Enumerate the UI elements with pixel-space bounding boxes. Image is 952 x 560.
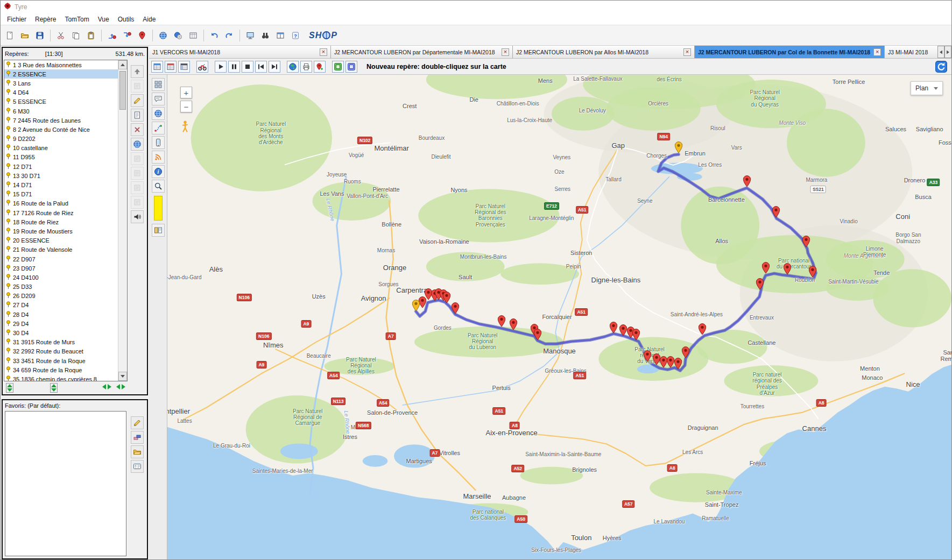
sound-button[interactable] bbox=[131, 210, 144, 223]
route-marker[interactable] bbox=[802, 236, 810, 247]
repere-details-button[interactable] bbox=[131, 109, 144, 122]
route-marker-start[interactable] bbox=[674, 141, 682, 153]
route-marker[interactable] bbox=[451, 302, 459, 314]
internet-button[interactable] bbox=[156, 29, 170, 42]
print-map-button[interactable] bbox=[300, 61, 312, 73]
repere-item[interactable]: 7 2445 Route des Launes bbox=[4, 116, 118, 125]
favorite-details-button[interactable] bbox=[131, 460, 144, 473]
vehicle-motorcycle-button[interactable] bbox=[196, 61, 208, 73]
next-repere-button[interactable] bbox=[269, 61, 280, 73]
play-button[interactable] bbox=[215, 61, 227, 73]
favoris-list[interactable] bbox=[5, 411, 126, 556]
route-marker[interactable] bbox=[698, 323, 706, 335]
repere-item[interactable]: 8 2 Avenue du Conté de Nice bbox=[4, 125, 118, 134]
route-marker[interactable] bbox=[743, 175, 751, 187]
repere-item[interactable]: 27 D4 bbox=[4, 301, 118, 310]
repere-item[interactable]: 22 D907 bbox=[4, 254, 118, 264]
repere-item[interactable]: 13 30 D71 bbox=[4, 171, 118, 180]
edit-favorite-button[interactable] bbox=[131, 416, 144, 429]
fullscreen-button[interactable] bbox=[243, 29, 257, 42]
device-tool-button[interactable] bbox=[152, 136, 165, 149]
tab-close-button[interactable]: × bbox=[320, 48, 327, 56]
repere-item[interactable]: 28 D4 bbox=[4, 310, 118, 319]
repere-item[interactable]: 20 ESSENCE bbox=[4, 236, 118, 245]
route-marker-start[interactable] bbox=[412, 300, 420, 311]
previous-repere-button[interactable] bbox=[255, 61, 267, 73]
menu-outils[interactable]: Outils bbox=[114, 15, 139, 24]
open-file-button[interactable] bbox=[18, 29, 32, 42]
repere-item[interactable]: 32 2992 Route du Beaucet bbox=[4, 347, 118, 356]
route-marker[interactable] bbox=[756, 278, 764, 290]
route-marker[interactable] bbox=[772, 206, 780, 218]
tab-route-3[interactable]: J2 MERCANTOUR LUBERON par Allos MI-MAI20… bbox=[513, 46, 695, 58]
route-marker[interactable] bbox=[784, 263, 792, 275]
first-last-repere[interactable] bbox=[116, 384, 125, 389]
split-view-button[interactable] bbox=[273, 29, 287, 42]
repere-item[interactable]: 6 M30 bbox=[4, 107, 118, 116]
tab-close-button[interactable]: × bbox=[683, 48, 691, 56]
cut-button[interactable] bbox=[54, 29, 68, 42]
tool-button-e[interactable] bbox=[131, 196, 144, 209]
menu-tomtom[interactable]: TomTom bbox=[60, 15, 93, 24]
tab-route-4[interactable]: J2 MERCANTOUR LUBERON par Col de la Bonn… bbox=[695, 46, 885, 58]
repere-item[interactable]: 10 castellane bbox=[4, 144, 118, 153]
route-marker[interactable] bbox=[533, 329, 541, 341]
repere-item[interactable]: 11 D955 bbox=[4, 153, 118, 162]
toggle-route-button[interactable] bbox=[332, 61, 344, 73]
paste-button[interactable] bbox=[84, 29, 98, 42]
menu-fichier[interactable]: Fichier bbox=[3, 15, 31, 24]
export-gps-button[interactable] bbox=[171, 29, 185, 42]
repere-item[interactable]: 4 D64 bbox=[4, 88, 118, 97]
route-marker[interactable] bbox=[809, 266, 817, 278]
repere-item[interactable]: 1 3 Rue des Maisonnettes bbox=[4, 60, 118, 69]
repere-item[interactable]: 23 D907 bbox=[4, 264, 118, 273]
repere-item[interactable]: 30 D4 bbox=[4, 328, 118, 337]
feed-tool-button[interactable] bbox=[152, 151, 165, 164]
undo-button[interactable] bbox=[207, 29, 221, 42]
repere-item[interactable]: 35 1836 chemin des cyprières 8 bbox=[4, 374, 118, 381]
view-itinerary-button[interactable] bbox=[151, 61, 163, 73]
repere-item[interactable]: 17 7126 Route de Riez bbox=[4, 208, 118, 217]
map-provider-button[interactable] bbox=[287, 61, 299, 73]
open-favorite-button[interactable] bbox=[131, 445, 144, 458]
route-marker[interactable] bbox=[509, 318, 517, 330]
map-canvas[interactable]: + − Plan Google Données cartographiques … bbox=[167, 75, 951, 560]
redo-button[interactable] bbox=[222, 29, 236, 42]
repere-item[interactable]: 29 D4 bbox=[4, 319, 118, 328]
route-marker[interactable] bbox=[442, 292, 450, 303]
insert-repere-before-button[interactable] bbox=[105, 29, 119, 42]
zoom-tool-button[interactable] bbox=[152, 180, 165, 193]
view-roadbook-button[interactable] bbox=[165, 61, 177, 73]
move-repere-spinner[interactable] bbox=[6, 383, 13, 393]
repere-item[interactable]: 3 Lans bbox=[4, 79, 118, 88]
pause-button[interactable] bbox=[228, 61, 240, 73]
repere-item[interactable]: 31 3915 Route de Murs bbox=[4, 338, 118, 347]
panel-tool-button[interactable] bbox=[152, 224, 165, 237]
edit-repere-button[interactable] bbox=[131, 94, 144, 107]
tool-button-d[interactable] bbox=[131, 181, 144, 194]
info-tool-button[interactable]: i bbox=[152, 165, 165, 178]
prev-next-repere[interactable] bbox=[102, 384, 111, 389]
stop-button[interactable] bbox=[242, 61, 253, 73]
repere-item[interactable]: 14 D71 bbox=[4, 180, 118, 189]
scroll-up-button[interactable] bbox=[118, 60, 127, 69]
route-marker[interactable] bbox=[497, 315, 505, 327]
tool-button-a[interactable] bbox=[131, 80, 144, 93]
list-scrollbar[interactable] bbox=[118, 60, 127, 381]
renumber-spinner[interactable] bbox=[50, 383, 58, 393]
repere-item[interactable]: 12 D71 bbox=[4, 162, 118, 171]
clear-favorite-button[interactable] bbox=[131, 431, 144, 444]
route-marker[interactable] bbox=[632, 329, 640, 341]
reperes-list[interactable]: 1 3 Rue des Maisonnettes2 ESSENCE3 Lans4… bbox=[4, 60, 118, 381]
repere-item[interactable]: 18 Route de Riez bbox=[4, 217, 118, 226]
repere-item[interactable]: 24 D4100 bbox=[4, 273, 118, 282]
route-marker[interactable] bbox=[682, 346, 690, 358]
repere-item[interactable]: 2 ESSENCE bbox=[4, 69, 118, 79]
delete-repere-button[interactable] bbox=[131, 123, 144, 136]
tab-scroll-left-button[interactable] bbox=[937, 46, 944, 58]
repere-item[interactable]: 15 D71 bbox=[4, 190, 118, 199]
repere-item[interactable]: 33 3451 Route de la Roque bbox=[4, 356, 118, 365]
repere-item[interactable]: 19 Route de Moustiers bbox=[4, 226, 118, 236]
tab-route-1[interactable]: J1 VERCORS MI-MAI2018× bbox=[149, 46, 331, 58]
tool-button-c[interactable] bbox=[131, 167, 144, 180]
